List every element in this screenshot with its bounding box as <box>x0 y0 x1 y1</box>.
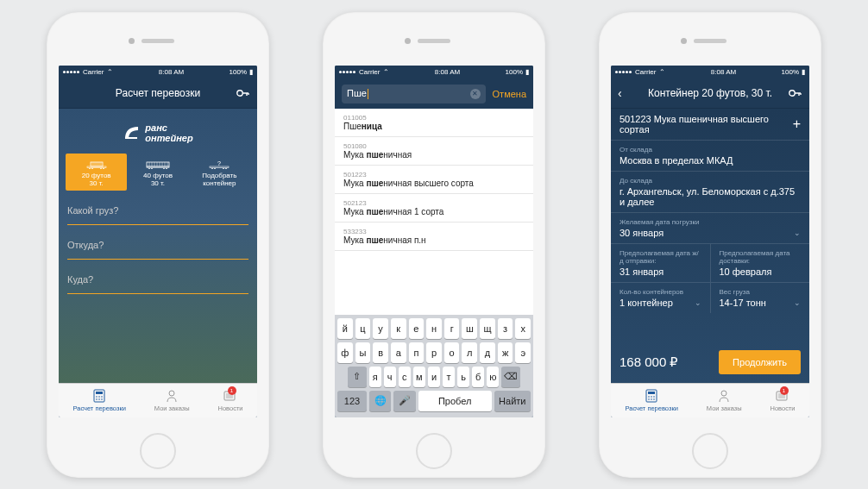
svg-point-24 <box>148 167 150 168</box>
tab-orders[interactable]: Мои заказы <box>154 388 190 412</box>
result-code: 533233 <box>343 228 525 235</box>
from-row[interactable]: От склада Москва в пределах МКАД <box>611 141 809 172</box>
result-row[interactable]: 011005Пшеница <box>335 109 533 137</box>
mic-key[interactable]: 🎤 <box>393 391 415 411</box>
key-е[interactable]: е <box>409 318 425 339</box>
tab-news[interactable]: Новости1 <box>217 388 242 412</box>
footer: 168 000 ₽ Продолжить <box>611 342 809 383</box>
key-ф[interactable]: ф <box>337 342 353 363</box>
key-в[interactable]: в <box>373 342 388 363</box>
key-icon[interactable] <box>789 89 802 97</box>
key-ж[interactable]: ж <box>498 342 513 363</box>
weight-value: 14-17 тонн <box>720 298 766 308</box>
key-ы[interactable]: ы <box>355 342 371 363</box>
form-content: 501223 Мука пшеничная высшего сортая + О… <box>611 109 809 383</box>
key-а[interactable]: а <box>391 342 406 363</box>
key-щ[interactable]: щ <box>480 318 495 339</box>
key-ч[interactable]: ч <box>384 367 396 387</box>
qty-label: Кол-во контейнеров <box>620 288 701 296</box>
back-button[interactable]: ‹ <box>618 86 622 100</box>
tab-calc[interactable]: Расчет перевозки <box>72 388 125 412</box>
qty-select[interactable]: Кол-во контейнеров 1 контейнер⌄ <box>611 283 711 313</box>
key-ш[interactable]: ш <box>462 318 477 339</box>
brand-line1: ранс <box>145 122 192 133</box>
home-button[interactable] <box>140 433 176 469</box>
continue-button[interactable]: Продолжить <box>719 350 801 374</box>
tab-orders[interactable]: Мои заказы <box>707 388 742 412</box>
date-row[interactable]: Желаемая дата погрузки 30 января⌄ <box>611 213 809 244</box>
home-button[interactable] <box>416 433 452 469</box>
cancel-button[interactable]: Отмена <box>493 89 526 99</box>
battery-label: 100% <box>230 68 247 76</box>
key-ц[interactable]: ц <box>355 318 371 339</box>
result-code: 502123 <box>343 199 525 207</box>
key-ю[interactable]: ю <box>487 367 499 387</box>
key-у[interactable]: у <box>373 318 388 339</box>
cargo-field[interactable]: Какой груз? <box>67 197 248 225</box>
from-placeholder: Откуда? <box>67 240 104 250</box>
shift-key[interactable]: ⇧ <box>348 367 367 387</box>
space-key[interactable]: Пробел <box>418 391 492 411</box>
result-row[interactable]: 501080Мука пшеничная <box>335 137 533 166</box>
from-field[interactable]: Откуда? <box>67 232 248 260</box>
seg-20ft[interactable]: 20 футов30 т. <box>66 154 127 191</box>
key-я[interactable]: я <box>369 367 381 387</box>
svg-point-38 <box>101 396 103 398</box>
weight-select[interactable]: Вес груза 14-17 тонн⌄ <box>711 283 810 313</box>
key-ь[interactable]: ь <box>457 367 469 387</box>
key-н[interactable]: н <box>426 318 442 339</box>
svg-point-32 <box>223 167 225 168</box>
svg-point-55 <box>653 398 655 400</box>
svg-rect-29 <box>210 166 229 168</box>
key-г[interactable]: г <box>444 318 460 339</box>
key-й[interactable]: й <box>337 318 353 339</box>
plus-icon[interactable]: + <box>793 116 801 132</box>
clear-icon[interactable]: ✕ <box>470 89 481 99</box>
to-field[interactable]: Куда? <box>67 266 248 294</box>
key-л[interactable]: л <box>462 342 477 363</box>
result-row[interactable]: 501223Мука пшеничная высшего сорта <box>335 166 533 194</box>
to-row[interactable]: До склада г. Архангельск, ул. Беломорска… <box>611 172 809 213</box>
seg-pick[interactable]: ? Подобратьконтейнер <box>189 154 250 191</box>
cargo-row[interactable]: 501223 Мука пшеничная высшего сортая + <box>611 109 809 141</box>
carrier-label: Carrier <box>83 68 104 76</box>
ship-value: 31 января <box>620 266 664 277</box>
find-key[interactable]: Найти <box>494 391 531 411</box>
phone-speaker <box>142 39 174 43</box>
seg-label: 40 футов <box>143 172 173 179</box>
key-п[interactable]: п <box>409 342 425 363</box>
estimated-dates: Предполагаемая дата ж/д отправки: 31 янв… <box>611 244 809 283</box>
wifi-icon: ⌃ <box>659 68 665 76</box>
key-э[interactable]: э <box>515 342 531 363</box>
key-с[interactable]: с <box>399 367 411 387</box>
key-icon[interactable] <box>236 89 250 97</box>
globe-key[interactable]: 🌐 <box>369 391 391 411</box>
backspace-key[interactable]: ⌫ <box>501 367 520 387</box>
search-input[interactable]: Пше ✕ <box>342 85 486 103</box>
num-key[interactable]: 123 <box>337 391 367 411</box>
svg-point-30 <box>212 167 214 168</box>
tab-news[interactable]: Новости1 <box>770 388 795 412</box>
seg-40ft[interactable]: 40 футов30 т. <box>127 154 188 191</box>
key-т[interactable]: т <box>443 367 455 387</box>
key-р[interactable]: р <box>426 342 442 363</box>
result-row[interactable]: 502123Мука пшеничная 1 сорта <box>335 194 533 223</box>
result-row[interactable]: 533233Мука пшеничная п.н <box>335 223 533 251</box>
date-value: 30 января <box>620 228 664 238</box>
cursor <box>368 89 368 99</box>
key-з[interactable]: з <box>498 318 513 339</box>
home-button[interactable] <box>692 433 728 469</box>
key-м[interactable]: м <box>413 367 425 387</box>
key-б[interactable]: б <box>472 367 484 387</box>
key-о[interactable]: о <box>444 342 460 363</box>
page-title: Расчет перевозки <box>116 87 200 99</box>
svg-point-31 <box>215 167 217 168</box>
chevron-down-icon: ⌄ <box>794 298 801 307</box>
key-к[interactable]: к <box>391 318 406 339</box>
nav-bar: Расчет перевозки <box>59 79 257 109</box>
svg-point-42 <box>169 391 174 396</box>
key-и[interactable]: и <box>428 367 440 387</box>
tab-calc[interactable]: Расчет перевозки <box>625 388 677 412</box>
key-д[interactable]: д <box>480 342 495 363</box>
key-х[interactable]: х <box>515 318 531 339</box>
